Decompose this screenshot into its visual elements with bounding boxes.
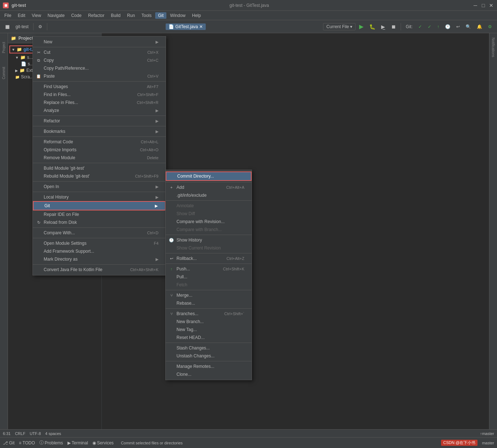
git-branches[interactable]: ⑂ Branches... Ctrl+Shift+` <box>166 310 252 318</box>
tree-expand-src[interactable]: ▼ <box>15 56 19 60</box>
git-new-tag[interactable]: New Tag... <box>166 326 252 334</box>
menu-help[interactable]: Help <box>189 12 204 19</box>
status-encoding[interactable]: UTF-8 <box>30 431 41 436</box>
git-annotate[interactable]: Annotate <box>166 202 252 210</box>
maximize-button[interactable]: □ <box>480 3 486 8</box>
bottom-todo[interactable]: ≡ TODO <box>19 440 35 445</box>
ctx-module-settings[interactable]: Open Module Settings F4 <box>33 239 166 247</box>
tree-expand-scratch[interactable]: 📁 <box>15 75 19 79</box>
status-branch[interactable]: ↑master <box>480 431 494 436</box>
git-reset-head[interactable]: Reset HEAD... <box>166 334 252 342</box>
git-new-branch[interactable]: New Branch... <box>166 318 252 326</box>
menu-tools[interactable]: Tools <box>139 12 154 19</box>
minimize-button[interactable]: ─ <box>472 3 478 8</box>
toolbar-git-push[interactable]: ↑ <box>435 23 441 30</box>
menu-navigate[interactable]: Navigate <box>45 12 67 19</box>
menu-file[interactable]: File <box>1 12 14 19</box>
toolbar-stop-btn[interactable]: ⏹ <box>389 23 398 31</box>
ctx-reformat[interactable]: Reformat Code Ctrl+Alt+L <box>33 138 166 146</box>
ctx-open-in[interactable]: Open In ▶ <box>33 183 166 191</box>
git-show-diff[interactable]: Show Diff <box>166 210 252 218</box>
ctx-bookmarks[interactable]: Bookmarks ▶ <box>33 127 166 135</box>
notifications-label[interactable]: Notifications <box>491 38 495 57</box>
project-label-vertical[interactable]: Project <box>2 42 6 53</box>
git-commit-directory[interactable]: Commit Directory... <box>166 171 252 181</box>
ctx-repair-ide[interactable]: Repair IDE on File <box>33 210 166 218</box>
git-rollback[interactable]: ↩ Rollback... Ctrl+Alt+Z <box>166 255 252 262</box>
git-add-icon: + <box>169 184 174 190</box>
git-pull[interactable]: Pull... <box>166 273 252 281</box>
ctx-find-usages[interactable]: Find Usages Alt+F7 <box>33 83 166 91</box>
ctx-local-history[interactable]: Local History ▶ <box>33 193 166 201</box>
ctx-cut[interactable]: ✂ Cut Ctrl+X <box>33 48 166 56</box>
close-button[interactable]: ✕ <box>488 3 494 8</box>
git-show-history[interactable]: 🕐 Show History <box>166 236 252 244</box>
toolbar-settings[interactable]: ⚙ <box>36 23 44 30</box>
ctx-refactor[interactable]: Refactor ▶ <box>33 117 166 125</box>
status-line-ending[interactable]: CRLF <box>15 431 25 436</box>
bottom-git[interactable]: ⎇ Git <box>3 440 14 445</box>
ctx-mark-directory[interactable]: Mark Directory as ▶ <box>33 255 166 263</box>
toolbar-run-dropdown[interactable]: Current File ▾ <box>323 23 356 30</box>
status-position[interactable]: 6:31 <box>3 431 10 436</box>
menu-build[interactable]: Build <box>108 12 123 19</box>
menu-code[interactable]: Code <box>68 12 84 19</box>
bottom-services[interactable]: ◉ Services <box>92 440 114 445</box>
ctx-copy-path[interactable]: Copy Path/Reference... <box>33 64 166 72</box>
menu-refactor[interactable]: Refactor <box>85 12 107 19</box>
ctx-paste[interactable]: 📋 Paste Ctrl+V <box>33 72 166 80</box>
toolbar-debug-btn[interactable]: 🐛 <box>367 23 378 31</box>
git-fetch[interactable]: Fetch <box>166 281 252 289</box>
ctx-remove-module[interactable]: Remove Module Delete <box>33 154 166 162</box>
bottom-terminal[interactable]: ▶ Terminal <box>67 440 88 445</box>
git-compare-branch[interactable]: Compare with Branch... <box>166 226 252 234</box>
bottom-services-icon: ◉ <box>92 440 96 445</box>
git-exclude[interactable]: .git/info/exclude <box>166 191 252 199</box>
commit-label-vertical[interactable]: Commit <box>2 67 6 79</box>
toolbar-git-history[interactable]: 🕐 <box>443 23 453 30</box>
toolbar-coverage-btn[interactable]: ▶̲ <box>379 23 387 31</box>
git-add[interactable]: + Add Ctrl+Alt+A <box>166 183 252 191</box>
menu-edit[interactable]: Edit <box>15 12 28 19</box>
ctx-convert-kotlin[interactable]: Convert Java File to Kotlin File Ctrl+Al… <box>33 266 166 274</box>
git-push[interactable]: ↑ Push... Ctrl+Shift+K <box>166 265 252 273</box>
ctx-git[interactable]: Git ▶ <box>33 201 166 210</box>
ctx-replace-files[interactable]: Replace in Files... Ctrl+Shift+R <box>33 99 166 106</box>
toolbar-git-check2[interactable]: ✓ <box>426 23 433 30</box>
toolbar-tab-file[interactable]: 📄 GitTest.java ✕ <box>166 23 205 30</box>
tree-expand-root[interactable]: ▼ <box>12 48 15 52</box>
toolbar-project-name[interactable]: git-test <box>13 23 31 30</box>
ctx-compare[interactable]: Compare With... Ctrl+D <box>33 229 166 237</box>
ctx-rebuild-module[interactable]: Rebuild Module 'git-test' Ctrl+Shift+F9 <box>33 172 166 180</box>
git-clone[interactable]: Clone... <box>166 370 252 378</box>
toolbar-notifications[interactable]: 🔔 <box>475 23 484 30</box>
git-rebase[interactable]: Rebase... <box>166 299 252 307</box>
menu-run[interactable]: Run <box>124 12 138 19</box>
ctx-optimize[interactable]: Optimize Imports Ctrl+Alt+O <box>33 146 166 154</box>
toolbar-git-rollback[interactable]: ↩ <box>454 23 462 30</box>
status-indent[interactable]: 4 spaces <box>45 431 61 436</box>
ctx-copy[interactable]: ⧉ Copy Ctrl+C <box>33 56 166 64</box>
ctx-analyze[interactable]: Analyze ▶ <box>33 106 166 114</box>
toolbar-run-btn[interactable]: ▶ <box>357 22 366 31</box>
git-stash[interactable]: Stash Changes... <box>166 344 252 352</box>
git-compare-revision[interactable]: Compare with Revision... <box>166 218 252 226</box>
toolbar-settings2[interactable]: ⚙ <box>486 23 494 30</box>
git-merge[interactable]: ⑂ Merge... <box>166 291 252 299</box>
bottom-problems[interactable]: ⓘ Problems <box>39 440 63 446</box>
toolbar-search[interactable]: 🔍 <box>463 23 473 30</box>
ctx-reload[interactable]: ↻ Reload from Disk <box>33 218 166 226</box>
toolbar-git-check1[interactable]: ✓ <box>416 23 424 30</box>
ctx-framework-support[interactable]: Add Framework Support... <box>33 247 166 255</box>
ctx-build-module[interactable]: Build Module 'git-test' <box>33 164 166 172</box>
ctx-new[interactable]: New ▶ <box>33 38 166 46</box>
menu-view[interactable]: View <box>29 12 44 19</box>
git-manage-remotes[interactable]: Manage Remotes... <box>166 362 252 370</box>
tree-expand-ext[interactable]: ▶ <box>15 69 18 73</box>
git-unstash[interactable]: Unstash Changes... <box>166 352 252 360</box>
menu-git[interactable]: Git <box>155 12 166 19</box>
git-show-current-revision[interactable]: Show Current Revision <box>166 244 252 252</box>
ctx-find-files[interactable]: Find in Files... Ctrl+Shift+F <box>33 91 166 99</box>
menu-window[interactable]: Window <box>167 12 188 19</box>
toolbar-project-icon: ◼ <box>3 22 12 31</box>
